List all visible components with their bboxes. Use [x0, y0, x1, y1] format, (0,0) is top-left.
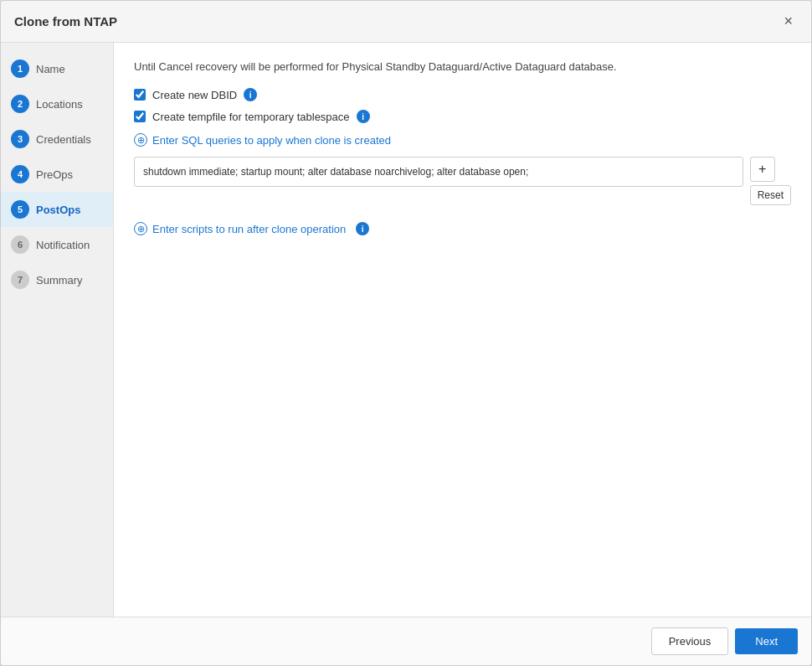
- scripts-info-icon[interactable]: i: [356, 222, 369, 235]
- sidebar-label-name: Name: [36, 63, 65, 75]
- sql-expand-icon: ⊕: [134, 133, 147, 147]
- sidebar-label-preops: PreOps: [36, 168, 73, 181]
- checkbox-dbid[interactable]: [134, 89, 146, 101]
- step-badge-3: 3: [11, 130, 29, 148]
- sidebar-item-credentials[interactable]: 3 Credentials: [1, 121, 113, 157]
- scripts-expand-label: Enter scripts to run after clone operati…: [152, 223, 346, 235]
- sidebar-item-notification[interactable]: 6 Notification: [1, 227, 113, 262]
- scripts-expand-icon: ⊕: [134, 222, 147, 235]
- sql-expand-label: Enter SQL queries to apply when clone is…: [152, 134, 391, 147]
- sidebar-label-summary: Summary: [36, 274, 83, 287]
- dialog-footer: Previous Next: [1, 617, 811, 665]
- sidebar: 1 Name 2 Locations 3 Credentials 4 PreOp…: [1, 43, 114, 617]
- close-button[interactable]: ×: [779, 11, 798, 32]
- checkbox-tempfile[interactable]: [134, 111, 146, 122]
- tempfile-info-icon[interactable]: i: [357, 110, 370, 123]
- step-badge-4: 4: [11, 165, 29, 183]
- sidebar-item-preops[interactable]: 4 PreOps: [1, 157, 113, 192]
- dbid-info-icon[interactable]: i: [244, 88, 257, 101]
- sidebar-label-locations: Locations: [36, 98, 83, 111]
- dialog-body: 1 Name 2 Locations 3 Credentials 4 PreOp…: [1, 43, 811, 617]
- sidebar-label-postops: PostOps: [36, 204, 80, 216]
- dialog-title: Clone from NTAP: [14, 14, 117, 28]
- checkbox-dbid-row: Create new DBID i: [134, 88, 791, 101]
- checkbox-tempfile-row: Create tempfile for temporary tablespace…: [134, 110, 791, 123]
- step-badge-2: 2: [11, 95, 29, 113]
- sql-section: + Reset: [134, 157, 791, 205]
- next-button[interactable]: Next: [735, 628, 798, 654]
- sidebar-label-notification: Notification: [36, 239, 90, 251]
- info-text: Until Cancel recovery will be performed …: [134, 59, 791, 75]
- sidebar-item-postops[interactable]: 5 PostOps: [1, 192, 113, 227]
- step-badge-5: 5: [11, 200, 29, 219]
- sql-reset-button[interactable]: Reset: [750, 185, 791, 205]
- step-badge-6: 6: [11, 235, 29, 254]
- sidebar-item-locations[interactable]: 2 Locations: [1, 86, 113, 121]
- checkbox-tempfile-label[interactable]: Create tempfile for temporary tablespace: [152, 111, 350, 123]
- sql-btn-group: + Reset: [750, 157, 791, 205]
- sql-input[interactable]: [134, 157, 743, 187]
- sidebar-item-name[interactable]: 1 Name: [1, 51, 113, 86]
- step-badge-7: 7: [11, 271, 29, 289]
- sql-add-button[interactable]: +: [750, 157, 775, 182]
- scripts-expand-row[interactable]: ⊕ Enter scripts to run after clone opera…: [134, 222, 791, 235]
- main-content: Until Cancel recovery will be performed …: [114, 43, 811, 617]
- checkbox-dbid-label[interactable]: Create new DBID: [152, 89, 237, 101]
- previous-button[interactable]: Previous: [651, 627, 729, 655]
- sidebar-label-credentials: Credentials: [36, 133, 91, 146]
- clone-dialog: Clone from NTAP × 1 Name 2 Locations 3 C…: [0, 0, 812, 666]
- step-badge-1: 1: [11, 59, 29, 78]
- sidebar-item-summary[interactable]: 7 Summary: [1, 262, 113, 297]
- dialog-header: Clone from NTAP ×: [1, 1, 811, 43]
- sql-expand-row[interactable]: ⊕ Enter SQL queries to apply when clone …: [134, 133, 791, 147]
